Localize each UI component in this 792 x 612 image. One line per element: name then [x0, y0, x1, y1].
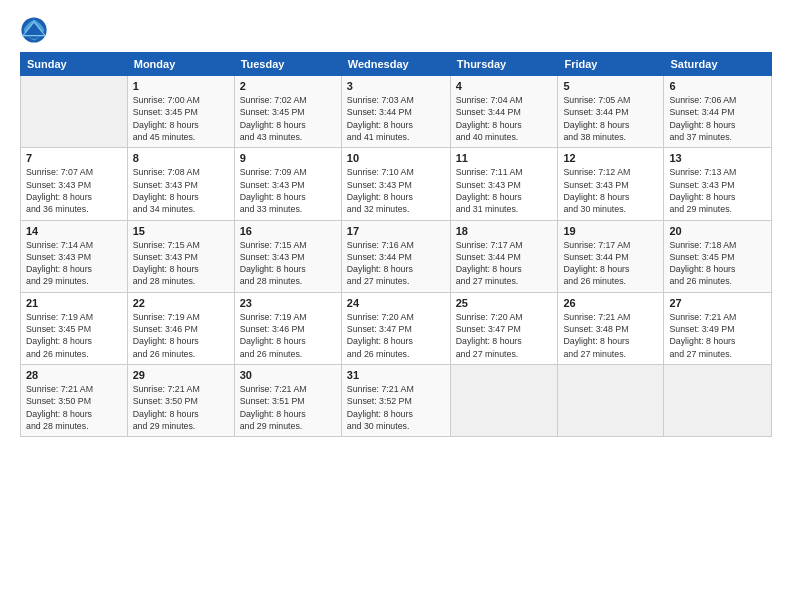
day-info: Sunrise: 7:04 AM Sunset: 3:44 PM Dayligh… — [456, 94, 553, 143]
calendar-header-tuesday: Tuesday — [234, 53, 341, 76]
calendar-cell: 7Sunrise: 7:07 AM Sunset: 3:43 PM Daylig… — [21, 148, 128, 220]
day-number: 1 — [133, 80, 229, 92]
logo-icon — [20, 16, 48, 44]
calendar-week-4: 21Sunrise: 7:19 AM Sunset: 3:45 PM Dayli… — [21, 292, 772, 364]
day-info: Sunrise: 7:13 AM Sunset: 3:43 PM Dayligh… — [669, 166, 766, 215]
calendar-header-monday: Monday — [127, 53, 234, 76]
day-number: 26 — [563, 297, 658, 309]
day-info: Sunrise: 7:00 AM Sunset: 3:45 PM Dayligh… — [133, 94, 229, 143]
day-info: Sunrise: 7:21 AM Sunset: 3:50 PM Dayligh… — [26, 383, 122, 432]
day-info: Sunrise: 7:08 AM Sunset: 3:43 PM Dayligh… — [133, 166, 229, 215]
day-number: 16 — [240, 225, 336, 237]
calendar-cell: 29Sunrise: 7:21 AM Sunset: 3:50 PM Dayli… — [127, 365, 234, 437]
day-info: Sunrise: 7:11 AM Sunset: 3:43 PM Dayligh… — [456, 166, 553, 215]
calendar-cell: 11Sunrise: 7:11 AM Sunset: 3:43 PM Dayli… — [450, 148, 558, 220]
day-number: 2 — [240, 80, 336, 92]
day-info: Sunrise: 7:21 AM Sunset: 3:50 PM Dayligh… — [133, 383, 229, 432]
day-info: Sunrise: 7:21 AM Sunset: 3:51 PM Dayligh… — [240, 383, 336, 432]
calendar-cell: 22Sunrise: 7:19 AM Sunset: 3:46 PM Dayli… — [127, 292, 234, 364]
day-number: 23 — [240, 297, 336, 309]
calendar-cell: 27Sunrise: 7:21 AM Sunset: 3:49 PM Dayli… — [664, 292, 772, 364]
calendar-week-1: 1Sunrise: 7:00 AM Sunset: 3:45 PM Daylig… — [21, 76, 772, 148]
calendar-header-thursday: Thursday — [450, 53, 558, 76]
day-info: Sunrise: 7:19 AM Sunset: 3:46 PM Dayligh… — [240, 311, 336, 360]
calendar-cell: 15Sunrise: 7:15 AM Sunset: 3:43 PM Dayli… — [127, 220, 234, 292]
calendar-cell: 16Sunrise: 7:15 AM Sunset: 3:43 PM Dayli… — [234, 220, 341, 292]
day-info: Sunrise: 7:20 AM Sunset: 3:47 PM Dayligh… — [347, 311, 445, 360]
calendar-header-sunday: Sunday — [21, 53, 128, 76]
calendar-cell: 21Sunrise: 7:19 AM Sunset: 3:45 PM Dayli… — [21, 292, 128, 364]
calendar-cell: 23Sunrise: 7:19 AM Sunset: 3:46 PM Dayli… — [234, 292, 341, 364]
calendar-cell: 31Sunrise: 7:21 AM Sunset: 3:52 PM Dayli… — [341, 365, 450, 437]
calendar-header-wednesday: Wednesday — [341, 53, 450, 76]
day-info: Sunrise: 7:19 AM Sunset: 3:45 PM Dayligh… — [26, 311, 122, 360]
calendar-cell: 19Sunrise: 7:17 AM Sunset: 3:44 PM Dayli… — [558, 220, 664, 292]
calendar-cell: 2Sunrise: 7:02 AM Sunset: 3:45 PM Daylig… — [234, 76, 341, 148]
day-number: 21 — [26, 297, 122, 309]
calendar-header-row: SundayMondayTuesdayWednesdayThursdayFrid… — [21, 53, 772, 76]
day-number: 8 — [133, 152, 229, 164]
calendar-cell: 5Sunrise: 7:05 AM Sunset: 3:44 PM Daylig… — [558, 76, 664, 148]
logo — [20, 16, 52, 44]
day-info: Sunrise: 7:05 AM Sunset: 3:44 PM Dayligh… — [563, 94, 658, 143]
calendar-cell — [450, 365, 558, 437]
calendar-table: SundayMondayTuesdayWednesdayThursdayFrid… — [20, 52, 772, 437]
day-number: 20 — [669, 225, 766, 237]
day-number: 3 — [347, 80, 445, 92]
day-number: 29 — [133, 369, 229, 381]
day-info: Sunrise: 7:07 AM Sunset: 3:43 PM Dayligh… — [26, 166, 122, 215]
day-info: Sunrise: 7:17 AM Sunset: 3:44 PM Dayligh… — [563, 239, 658, 288]
day-number: 10 — [347, 152, 445, 164]
day-number: 15 — [133, 225, 229, 237]
day-number: 9 — [240, 152, 336, 164]
day-number: 18 — [456, 225, 553, 237]
header — [20, 16, 772, 44]
calendar-cell: 14Sunrise: 7:14 AM Sunset: 3:43 PM Dayli… — [21, 220, 128, 292]
day-number: 25 — [456, 297, 553, 309]
day-info: Sunrise: 7:17 AM Sunset: 3:44 PM Dayligh… — [456, 239, 553, 288]
calendar-cell — [558, 365, 664, 437]
day-number: 4 — [456, 80, 553, 92]
calendar-cell: 24Sunrise: 7:20 AM Sunset: 3:47 PM Dayli… — [341, 292, 450, 364]
day-number: 6 — [669, 80, 766, 92]
calendar-header-saturday: Saturday — [664, 53, 772, 76]
calendar-week-2: 7Sunrise: 7:07 AM Sunset: 3:43 PM Daylig… — [21, 148, 772, 220]
day-number: 24 — [347, 297, 445, 309]
day-info: Sunrise: 7:03 AM Sunset: 3:44 PM Dayligh… — [347, 94, 445, 143]
day-info: Sunrise: 7:21 AM Sunset: 3:52 PM Dayligh… — [347, 383, 445, 432]
day-number: 28 — [26, 369, 122, 381]
calendar-header-friday: Friday — [558, 53, 664, 76]
day-number: 31 — [347, 369, 445, 381]
calendar-cell: 8Sunrise: 7:08 AM Sunset: 3:43 PM Daylig… — [127, 148, 234, 220]
calendar-cell: 6Sunrise: 7:06 AM Sunset: 3:44 PM Daylig… — [664, 76, 772, 148]
calendar-cell: 18Sunrise: 7:17 AM Sunset: 3:44 PM Dayli… — [450, 220, 558, 292]
day-number: 7 — [26, 152, 122, 164]
calendar-cell: 26Sunrise: 7:21 AM Sunset: 3:48 PM Dayli… — [558, 292, 664, 364]
day-info: Sunrise: 7:12 AM Sunset: 3:43 PM Dayligh… — [563, 166, 658, 215]
calendar-cell — [664, 365, 772, 437]
day-number: 12 — [563, 152, 658, 164]
day-info: Sunrise: 7:20 AM Sunset: 3:47 PM Dayligh… — [456, 311, 553, 360]
calendar-cell: 4Sunrise: 7:04 AM Sunset: 3:44 PM Daylig… — [450, 76, 558, 148]
calendar-cell: 9Sunrise: 7:09 AM Sunset: 3:43 PM Daylig… — [234, 148, 341, 220]
calendar-cell: 30Sunrise: 7:21 AM Sunset: 3:51 PM Dayli… — [234, 365, 341, 437]
day-info: Sunrise: 7:21 AM Sunset: 3:49 PM Dayligh… — [669, 311, 766, 360]
day-number: 22 — [133, 297, 229, 309]
day-info: Sunrise: 7:18 AM Sunset: 3:45 PM Dayligh… — [669, 239, 766, 288]
calendar-cell: 20Sunrise: 7:18 AM Sunset: 3:45 PM Dayli… — [664, 220, 772, 292]
day-info: Sunrise: 7:21 AM Sunset: 3:48 PM Dayligh… — [563, 311, 658, 360]
calendar-cell — [21, 76, 128, 148]
day-info: Sunrise: 7:15 AM Sunset: 3:43 PM Dayligh… — [133, 239, 229, 288]
day-number: 19 — [563, 225, 658, 237]
calendar-cell: 1Sunrise: 7:00 AM Sunset: 3:45 PM Daylig… — [127, 76, 234, 148]
day-number: 13 — [669, 152, 766, 164]
calendar-cell: 28Sunrise: 7:21 AM Sunset: 3:50 PM Dayli… — [21, 365, 128, 437]
day-info: Sunrise: 7:02 AM Sunset: 3:45 PM Dayligh… — [240, 94, 336, 143]
day-info: Sunrise: 7:19 AM Sunset: 3:46 PM Dayligh… — [133, 311, 229, 360]
calendar-cell: 10Sunrise: 7:10 AM Sunset: 3:43 PM Dayli… — [341, 148, 450, 220]
day-info: Sunrise: 7:16 AM Sunset: 3:44 PM Dayligh… — [347, 239, 445, 288]
day-number: 11 — [456, 152, 553, 164]
calendar-week-3: 14Sunrise: 7:14 AM Sunset: 3:43 PM Dayli… — [21, 220, 772, 292]
calendar-cell: 13Sunrise: 7:13 AM Sunset: 3:43 PM Dayli… — [664, 148, 772, 220]
day-number: 27 — [669, 297, 766, 309]
